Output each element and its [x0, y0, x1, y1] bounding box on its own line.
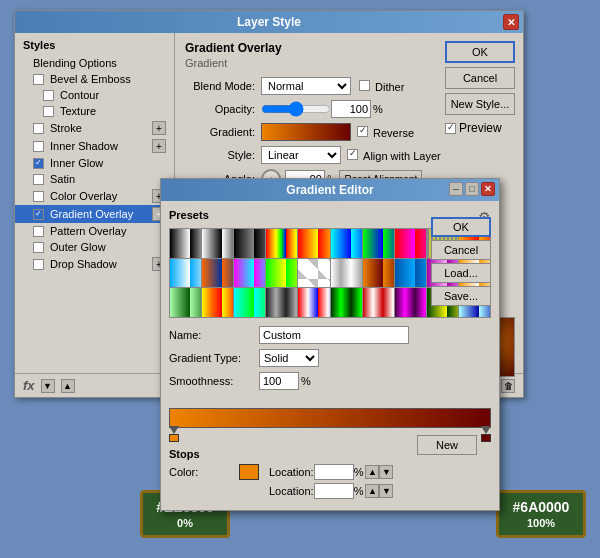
checkbox-bevel[interactable]	[33, 74, 44, 85]
gradient-preview-bar[interactable]	[169, 408, 491, 428]
preset-item-15[interactable]	[331, 259, 362, 288]
sidebar-item-blending-options[interactable]: Blending Options	[15, 55, 174, 71]
preset-item-13[interactable]	[266, 259, 297, 288]
sidebar-item-stroke[interactable]: Stroke +	[15, 119, 174, 137]
ge-new-btn[interactable]: New	[417, 435, 477, 455]
ge-new-btn-container: New	[417, 435, 477, 455]
sidebar-item-bevel-emboss[interactable]: Bevel & Emboss	[15, 71, 174, 87]
stops-up-btn1[interactable]: ▲	[365, 465, 379, 479]
ge-smoothness-label: Smoothness:	[169, 375, 259, 387]
checkbox-drop-shadow[interactable]	[33, 259, 44, 270]
ge-name-input[interactable]	[259, 326, 409, 344]
preset-item-24[interactable]	[298, 288, 329, 317]
stops-down-btn1[interactable]: ▼	[379, 465, 393, 479]
fx-trash-btn[interactable]: 🗑	[501, 379, 515, 393]
sidebar-label-inner-shadow: Inner Shadow	[50, 140, 118, 152]
preset-item-27[interactable]	[395, 288, 426, 317]
sidebar-item-inner-shadow[interactable]: Inner Shadow +	[15, 137, 174, 155]
preset-item-3[interactable]	[266, 229, 297, 258]
layer-style-close-btn[interactable]: ✕	[503, 14, 519, 30]
ge-smoothness-input[interactable]	[259, 372, 299, 390]
ge-titlebar: Gradient Editor ─ □ ✕	[161, 179, 499, 201]
sidebar-plus-inner-shadow[interactable]: +	[152, 139, 166, 153]
preset-item-26[interactable]	[363, 288, 394, 317]
opacity-input[interactable]	[331, 100, 371, 118]
sidebar-item-inner-glow[interactable]: Inner Glow	[15, 155, 174, 171]
ge-maximize-btn[interactable]: □	[465, 182, 479, 196]
stops-location-input2[interactable]	[314, 483, 354, 499]
preset-item-22[interactable]	[234, 288, 265, 317]
preset-item-1[interactable]	[202, 229, 233, 258]
ge-name-row: Name:	[169, 326, 491, 344]
opacity-label: Opacity:	[185, 103, 255, 115]
dither-checkbox[interactable]	[359, 80, 370, 91]
sidebar-label-bevel: Bevel & Emboss	[50, 73, 131, 85]
ls-cancel-btn[interactable]: Cancel	[445, 67, 515, 89]
checkbox-outer-glow[interactable]	[33, 242, 44, 253]
checkbox-inner-shadow[interactable]	[33, 141, 44, 152]
preset-item-14[interactable]	[298, 259, 329, 288]
stops-down-btn2[interactable]: ▼	[379, 484, 393, 498]
gradient-swatch[interactable]	[261, 123, 351, 141]
preset-item-25[interactable]	[331, 288, 362, 317]
style-select[interactable]: Linear	[261, 146, 341, 164]
dither-label: Dither	[375, 81, 404, 93]
ge-cancel-btn[interactable]: Cancel	[431, 240, 491, 260]
ge-minimize-btn[interactable]: ─	[449, 182, 463, 196]
stops-location-input1[interactable]	[314, 464, 354, 480]
checkbox-contour[interactable]	[43, 90, 54, 101]
stops-up-btn2[interactable]: ▲	[365, 484, 379, 498]
ge-type-select[interactable]: Solid	[259, 349, 319, 367]
preset-item-2[interactable]	[234, 229, 265, 258]
sidebar-item-color-overlay[interactable]: Color Overlay +	[15, 187, 174, 205]
align-checkbox[interactable]	[347, 149, 358, 160]
checkbox-satin[interactable]	[33, 174, 44, 185]
reverse-checkbox[interactable]	[357, 126, 368, 137]
preset-item-23[interactable]	[266, 288, 297, 317]
fx-down-btn[interactable]: ▼	[41, 379, 55, 393]
sidebar-item-outer-glow[interactable]: Outer Glow	[15, 239, 174, 255]
checkbox-stroke[interactable]	[33, 123, 44, 134]
stop-right[interactable]	[481, 426, 491, 442]
stop-left[interactable]	[169, 426, 179, 442]
ge-ok-btn[interactable]: OK	[431, 217, 491, 237]
sidebar-item-pattern-overlay[interactable]: Pattern Overlay	[15, 223, 174, 239]
stops-color-swatch1[interactable]	[239, 464, 259, 480]
checkbox-gradient-overlay[interactable]	[33, 209, 44, 220]
preset-item-0[interactable]	[170, 229, 201, 258]
sidebar-plus-stroke[interactable]: +	[152, 121, 166, 135]
preset-item-21[interactable]	[202, 288, 233, 317]
preview-checkbox[interactable]	[445, 123, 456, 134]
checkbox-texture[interactable]	[43, 106, 54, 117]
sidebar-item-gradient-overlay[interactable]: Gradient Overlay +	[15, 205, 174, 223]
preset-item-6[interactable]	[363, 229, 394, 258]
gradient-editor-window: Gradient Editor ─ □ ✕ Presets ⚙ Name: Gr…	[160, 178, 500, 511]
preset-item-10[interactable]	[170, 259, 201, 288]
sidebar-item-drop-shadow[interactable]: Drop Shadow +	[15, 255, 174, 273]
preset-item-11[interactable]	[202, 259, 233, 288]
opacity-slider[interactable]	[261, 102, 331, 116]
preset-item-20[interactable]	[170, 288, 201, 317]
ls-new-style-btn[interactable]: New Style...	[445, 93, 515, 115]
ge-close-btn[interactable]: ✕	[481, 182, 495, 196]
preset-item-4[interactable]	[298, 229, 329, 258]
sidebar-item-texture[interactable]: Texture	[15, 103, 174, 119]
blend-mode-select[interactable]: Normal	[261, 77, 351, 95]
preset-item-17[interactable]	[395, 259, 426, 288]
preset-item-5[interactable]	[331, 229, 362, 258]
checkbox-pattern-overlay[interactable]	[33, 226, 44, 237]
checkbox-inner-glow[interactable]	[33, 158, 44, 169]
sidebar-item-satin[interactable]: Satin	[15, 171, 174, 187]
preset-item-7[interactable]	[395, 229, 426, 258]
ge-save-btn[interactable]: Save...	[431, 286, 491, 306]
ls-ok-btn[interactable]: OK	[445, 41, 515, 63]
preset-item-16[interactable]	[363, 259, 394, 288]
annotation-right-color: #6A0000	[513, 499, 570, 515]
layer-style-title: Layer Style	[237, 15, 301, 29]
checkbox-color-overlay[interactable]	[33, 191, 44, 202]
ge-load-btn[interactable]: Load...	[431, 263, 491, 283]
preset-item-12[interactable]	[234, 259, 265, 288]
annotation-left-pct: 0%	[155, 517, 215, 529]
fx-up-btn[interactable]: ▲	[61, 379, 75, 393]
sidebar-item-contour[interactable]: Contour	[15, 87, 174, 103]
